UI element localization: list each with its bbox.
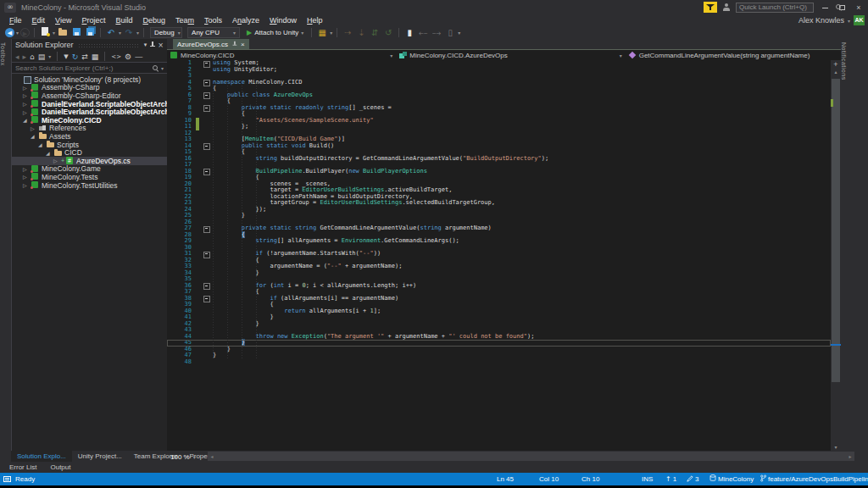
code-line-46[interactable]: 46 } xyxy=(167,347,831,353)
expand-expander-icon[interactable]: ▷ xyxy=(53,158,61,164)
tree-item[interactable]: ▷Assembly-CSharp-Editor xyxy=(12,92,167,100)
collapse-expander-icon[interactable]: ◢ xyxy=(31,133,38,139)
view-code-icon[interactable]: <> xyxy=(111,52,121,62)
open-file-icon[interactable] xyxy=(57,27,69,38)
close-panel-icon[interactable]: × xyxy=(158,42,164,49)
tree-item[interactable]: ▷DanielEverland.ScriptableObjectArchitec… xyxy=(12,100,167,108)
scrollbar-thumb[interactable] xyxy=(832,79,840,382)
fold-collapse-icon[interactable] xyxy=(201,80,213,86)
code-line-24[interactable]: 24 }); xyxy=(167,207,831,214)
user-dropdown-icon[interactable]: ▾ xyxy=(848,18,850,24)
menu-edit[interactable]: Edit xyxy=(27,15,51,25)
refresh-icon[interactable]: ⇄ xyxy=(81,52,88,62)
menu-file[interactable]: File xyxy=(4,15,27,25)
solution-search-box[interactable]: ▾ xyxy=(12,63,167,74)
vertical-scrollbar[interactable]: + ▴ ▾ xyxy=(831,60,841,451)
status-column[interactable]: Col 10 xyxy=(539,473,559,485)
bottom-tab-error-list[interactable]: Error List xyxy=(3,462,42,473)
fold-collapse-icon[interactable] xyxy=(201,169,213,175)
redo-dropdown-icon[interactable]: ▾ xyxy=(136,30,139,36)
unity-package-icon[interactable]: ▦ xyxy=(316,27,328,38)
back-icon[interactable]: ◂ xyxy=(15,52,19,62)
collapse-all-icon[interactable]: ▦ xyxy=(92,52,99,62)
attach-to-unity-button[interactable]: ▶ Attach to Unity ▾ xyxy=(243,27,307,38)
expand-expander-icon[interactable]: ▷ xyxy=(23,166,31,172)
tree-item[interactable]: ▷MineColony.TestUtilities xyxy=(12,181,167,190)
code-line-36[interactable]: 36 for (int i = 0; i < allArguments.Leng… xyxy=(167,283,831,290)
fold-collapse-icon[interactable] xyxy=(201,283,213,290)
user-avatar[interactable]: AK xyxy=(854,15,865,25)
tree-item[interactable]: Solution 'MineColony' (8 projects) xyxy=(12,75,167,84)
split-editor-icon[interactable]: + xyxy=(831,60,841,69)
menu-project[interactable]: Project xyxy=(76,15,110,25)
panel-tab-unity-project---[interactable]: Unity Project... xyxy=(72,451,128,462)
tree-item[interactable]: ◢CICD xyxy=(12,148,167,157)
tree-item[interactable]: ◢Assets xyxy=(12,132,167,141)
code-editor[interactable]: 1using System;2using UnityEditor;34names… xyxy=(167,60,831,451)
filter-button[interactable] xyxy=(704,2,717,13)
clear-bookmarks-icon[interactable]: ▯ xyxy=(444,27,456,38)
redo-icon[interactable]: ↷ xyxy=(123,27,135,38)
start-debug-icon[interactable]: ⇵ xyxy=(369,27,381,38)
code-line-8[interactable]: 8 private static readonly string[] _scen… xyxy=(167,105,831,112)
solution-platform-combo[interactable]: Any CPU▾ xyxy=(187,27,240,38)
tree-item[interactable]: ▷Assembly-CSharp xyxy=(12,84,167,92)
code-line-33[interactable]: 33 argumentName = ("--" + argumentName); xyxy=(167,263,831,270)
pin-icon[interactable] xyxy=(149,42,155,48)
home-icon[interactable]: ⌂ xyxy=(30,52,35,62)
expand-expander-icon[interactable]: ▷ xyxy=(23,174,31,180)
toolbar-overflow-icon[interactable]: ▾ xyxy=(330,30,332,36)
pin-tab-icon[interactable] xyxy=(232,42,237,47)
next-bookmark-icon[interactable]: ⤍ xyxy=(431,27,442,38)
expand-expander-icon[interactable]: ▷ xyxy=(23,109,31,115)
switch-views-dropdown-icon[interactable]: ▾ xyxy=(48,53,51,59)
fold-collapse-icon[interactable] xyxy=(201,60,213,67)
switch-views-icon[interactable]: ▤ xyxy=(38,52,46,62)
properties-icon[interactable]: ⚙ xyxy=(125,52,131,62)
restart-icon[interactable]: ↺ xyxy=(382,27,394,38)
attach-dropdown-icon[interactable]: ▾ xyxy=(301,30,303,36)
code-line-45[interactable]: 45 } xyxy=(167,340,831,347)
tree-item[interactable]: ◢MineColony.CICD xyxy=(12,116,167,125)
window-position-dropdown-icon[interactable]: ▾ xyxy=(144,42,147,48)
code-line-29[interactable]: 29 string[] allArguments = Environment.G… xyxy=(167,238,831,245)
code-line-48[interactable]: 48 xyxy=(167,359,831,366)
code-line-16[interactable]: 16 string buildOutputDirectory = GetComm… xyxy=(167,156,831,163)
code-line-14[interactable]: 14 public static void Build() xyxy=(167,143,831,150)
panel-tab-solution-explo---[interactable]: Solution Explo... xyxy=(11,451,72,462)
tree-item[interactable]: ▷References xyxy=(12,125,167,133)
status-insert-mode[interactable]: INS xyxy=(642,473,653,485)
code-line-18[interactable]: 18 BuildPipeline.BuildPlayer(new BuildPl… xyxy=(167,169,831,175)
pending-changes-filter-icon[interactable]: ▼ xyxy=(64,52,68,62)
branch-picker[interactable]: feature/AzureDevOpsBuildPipeline ▴ xyxy=(760,473,868,485)
scroll-down-icon[interactable]: ▾ xyxy=(831,444,841,451)
menu-view[interactable]: View xyxy=(50,15,76,25)
forward-icon[interactable]: ▸ xyxy=(23,52,27,62)
repository-picker[interactable]: MineColony xyxy=(709,473,754,485)
code-line-25[interactable]: 25 } xyxy=(167,213,831,219)
scroll-left-icon[interactable]: ◂ xyxy=(208,452,216,461)
tree-item[interactable]: ▷MineColony.Game xyxy=(12,165,167,174)
code-line-41[interactable]: 41 } xyxy=(167,314,831,321)
save-icon[interactable] xyxy=(70,27,82,38)
save-all-icon[interactable] xyxy=(84,27,96,38)
fold-collapse-icon[interactable] xyxy=(201,225,213,232)
tree-item[interactable]: ▷MineColony.Tests xyxy=(12,173,167,181)
menu-analyze[interactable]: Analyze xyxy=(227,15,264,25)
expand-expander-icon[interactable]: ▷ xyxy=(23,92,31,98)
solution-search-input[interactable] xyxy=(15,64,152,72)
menu-debug[interactable]: Debug xyxy=(137,15,170,25)
code-line-2[interactable]: 2using UnityEditor; xyxy=(167,67,831,74)
new-file-icon[interactable] xyxy=(39,27,51,38)
tree-item[interactable]: ▷DanielEverland.ScriptableObjectArchitec… xyxy=(12,108,167,116)
status-character[interactable]: Ch 10 xyxy=(581,473,599,485)
fold-collapse-icon[interactable] xyxy=(201,143,213,150)
preview-selected-items-icon[interactable]: ― xyxy=(135,52,142,62)
step-over-icon[interactable]: ⇢ xyxy=(342,27,353,38)
code-line-4[interactable]: 4namespace MineColony.CICD xyxy=(167,80,831,86)
expand-expander-icon[interactable]: ▷ xyxy=(23,182,31,188)
sync-with-active-document-icon[interactable]: ↻ xyxy=(72,52,79,62)
notifications-tab[interactable]: Notifications xyxy=(841,39,847,80)
editor-zoom-control[interactable]: 100 % ▾ xyxy=(167,452,199,462)
undo-icon[interactable]: ↶ xyxy=(105,27,117,38)
